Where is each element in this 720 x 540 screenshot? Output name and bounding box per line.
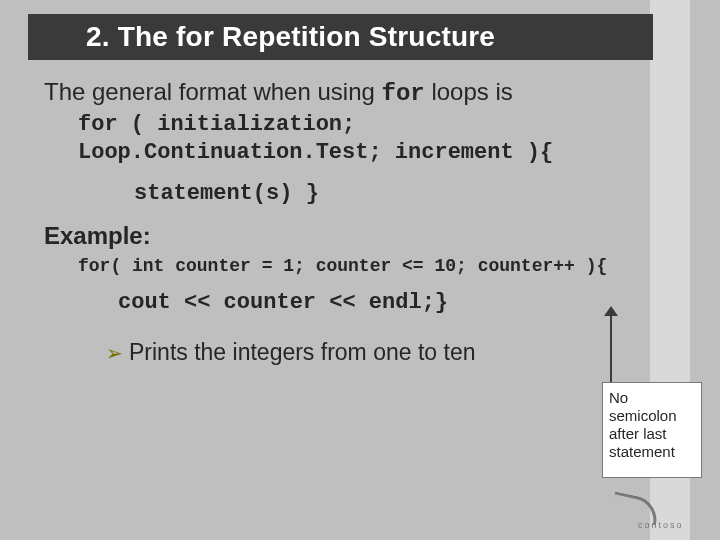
general-b: loops is: [425, 78, 513, 105]
bullet-line: ➢ Prints the integers from one to ten: [106, 339, 664, 366]
general-format-line: The general format when using for loops …: [44, 78, 664, 107]
note-text: No semicolon after last statement: [609, 389, 677, 460]
content-area: The general format when using for loops …: [44, 78, 664, 366]
example-label: Example:: [44, 222, 664, 250]
slide-title: 2. The for Repetition Structure: [28, 14, 653, 60]
arrow-line: [610, 314, 612, 382]
code-line-2: Loop.Continuation.Test; increment ){: [78, 139, 664, 167]
logo-text: contoso: [638, 520, 684, 530]
code-block-format: for ( initialization; Loop.Continuation.…: [78, 111, 664, 208]
note-callout: No semicolon after last statement: [602, 382, 702, 478]
for-keyword: for: [382, 80, 425, 107]
slide: 2. The for Repetition Structure The gene…: [0, 0, 720, 540]
example-code-2: cout << counter << endl;}: [118, 290, 664, 315]
code-line-1: for ( initialization;: [78, 111, 664, 139]
slide-title-text: 2. The for Repetition Structure: [86, 21, 495, 53]
example-code-1: for( int counter = 1; counter <= 10; cou…: [78, 256, 664, 276]
code-line-3: statement(s) }: [134, 180, 664, 208]
bullet-arrow-icon: ➢: [106, 341, 123, 365]
general-a: The general format when using: [44, 78, 382, 105]
bullet-text: Prints the integers from one to ten: [129, 339, 475, 366]
logo: contoso: [612, 490, 702, 530]
